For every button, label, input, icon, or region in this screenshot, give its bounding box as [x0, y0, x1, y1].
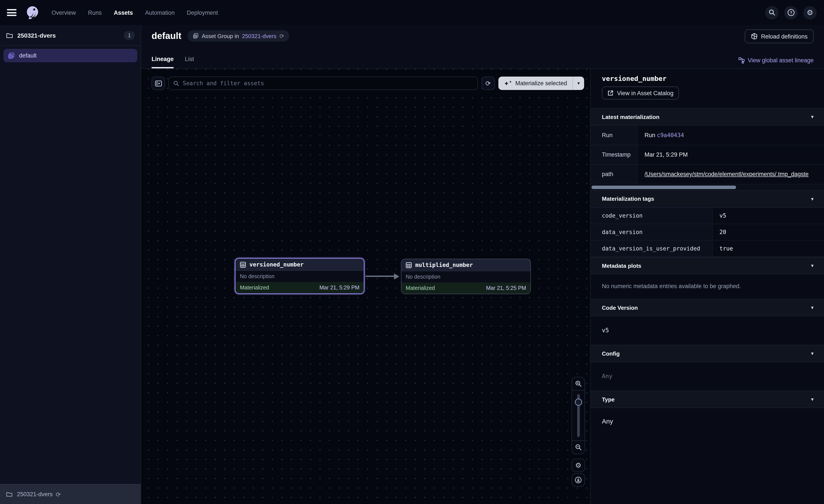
section-config[interactable]: Config ▾	[591, 345, 824, 362]
zoom-slider-knob[interactable]	[575, 398, 582, 406]
latest-materialization-table: Run Run c9a40434 Timestamp Mar 21, 5:29 …	[591, 125, 824, 184]
sidebar-item-default[interactable]: default	[3, 49, 137, 62]
materialized-timestamp: Mar 21, 5:29 PM	[319, 285, 359, 291]
reload-cube-icon	[751, 33, 757, 40]
asset-search-box	[169, 77, 478, 90]
row-value: v5	[712, 208, 824, 224]
section-latest-materialization[interactable]: Latest materialization ▾	[591, 108, 824, 125]
folder-icon	[6, 491, 13, 497]
row-key: data_version	[591, 224, 712, 240]
code-version-value: v5	[602, 327, 609, 334]
zoom-out-icon[interactable]	[572, 441, 585, 454]
table-grid-icon	[406, 262, 412, 268]
chevron-down-icon: ▾	[811, 196, 814, 202]
nav-item-assets[interactable]: Assets	[114, 9, 133, 16]
tab-lineage[interactable]: Lineage	[151, 56, 174, 69]
sidebar-group-count-badge: 1	[124, 31, 135, 39]
materialization-tags-table: code_version v5 data_version 20 data_ver…	[591, 208, 824, 257]
reload-spinner-icon[interactable]: ⟳	[56, 491, 61, 497]
lineage-edge	[366, 276, 399, 277]
horizontal-scrollbar	[591, 184, 824, 190]
download-graph-icon[interactable]	[572, 473, 585, 487]
settings-gear-icon[interactable]: ⚙	[803, 6, 817, 19]
reload-definitions-button[interactable]: Reload definitions	[744, 29, 814, 43]
materialize-selected-button[interactable]: ✦✦ Materialize selected ▾	[498, 77, 584, 90]
lineage-graph-canvas[interactable]: ⟳ ✦✦ Materialize selected ▾ versioned_nu…	[141, 69, 590, 504]
asset-node-multiplied-number[interactable]: multiplied_number No description Materia…	[401, 259, 531, 294]
refresh-graph-icon[interactable]: ⟳	[481, 77, 495, 90]
section-materialization-tags[interactable]: Materialization tags ▾	[591, 190, 824, 208]
asset-group-icon	[193, 33, 199, 39]
search-icon[interactable]	[765, 6, 779, 19]
row-key: Timestamp	[591, 145, 637, 164]
view-global-asset-lineage-label: View global asset lineage	[748, 57, 814, 64]
asset-node-versioned-number[interactable]: versioned_number No description Material…	[235, 258, 365, 294]
run-id-link[interactable]: c9a40434	[657, 132, 684, 138]
row-value: true	[712, 240, 824, 257]
reload-spinner-icon[interactable]: ⟳	[280, 33, 284, 39]
row-value: /Users/smackesey/stm/code/elementl/exper…	[637, 164, 824, 184]
sidebar-footer-name: 250321-dvers	[17, 491, 53, 498]
asset-node-description: No description	[240, 273, 275, 279]
help-icon[interactable]: ?	[784, 6, 798, 19]
table-row: data_version 20	[591, 224, 824, 240]
materialized-timestamp: Mar 21, 5:25 PM	[486, 285, 526, 291]
row-key: path	[591, 164, 637, 184]
asset-node-description: No description	[406, 274, 440, 280]
zoom-slider[interactable]	[572, 390, 585, 441]
section-code-version[interactable]: Code Version ▾	[591, 299, 824, 316]
asset-detail-panel: versioned_number View in Asset Catalog L…	[590, 69, 824, 504]
asset-group-badge[interactable]: Asset Group in 250321-dvers ⟳	[188, 30, 290, 41]
page-header: default Asset Group in 250321-dvers ⟳ Re…	[141, 25, 824, 69]
section-metadata-plots[interactable]: Metadata plots ▾	[591, 257, 824, 274]
hamburger-menu-icon[interactable]	[7, 9, 16, 16]
row-key: code_version	[591, 208, 712, 224]
view-tabs: Lineage List	[151, 56, 194, 69]
page-title: default	[151, 31, 182, 41]
materialized-status: Materialized	[240, 285, 269, 291]
zoom-in-icon[interactable]	[572, 377, 585, 390]
table-row: path /Users/smackesey/stm/code/elementl/…	[591, 164, 824, 184]
external-link-icon	[608, 90, 614, 96]
asset-detail-title: versioned_number	[602, 75, 814, 83]
badge-repo-link[interactable]: 250321-dvers	[242, 33, 277, 39]
chevron-down-icon: ▾	[811, 350, 814, 357]
chevron-down-icon: ▾	[811, 396, 814, 402]
asset-node-name: versioned_number	[249, 261, 304, 268]
dagster-logo-icon[interactable]	[25, 6, 39, 19]
graph-settings-gear-icon[interactable]: ⚙	[572, 459, 585, 472]
sidebar-group-row[interactable]: 250321-dvers 1	[0, 25, 141, 46]
row-value: Run c9a40434	[637, 125, 824, 145]
scrollbar-thumb[interactable]	[592, 185, 736, 189]
materialize-dropdown-caret[interactable]: ▾	[573, 77, 584, 90]
view-in-asset-catalog-label: View in Asset Catalog	[617, 90, 674, 96]
table-row: Timestamp Mar 21, 5:29 PM	[591, 145, 824, 164]
nav-item-runs[interactable]: Runs	[88, 9, 102, 16]
path-link[interactable]: /Users/smackesey/stm/code/elementl/exper…	[644, 171, 824, 177]
nav-actions: ? ⚙	[765, 6, 817, 19]
chevron-down-icon: ▾	[811, 263, 814, 269]
table-row: data_version_is_user_provided true	[591, 240, 824, 257]
sidebar-item-label: default	[19, 52, 36, 59]
nav-item-overview[interactable]: Overview	[51, 9, 76, 16]
expand-panel-icon[interactable]	[151, 77, 165, 90]
lineage-graph-icon	[738, 57, 745, 64]
nav-item-deployment[interactable]: Deployment	[187, 9, 218, 16]
row-value: Mar 21, 5:29 PM	[637, 145, 824, 164]
search-input[interactable]	[183, 80, 473, 87]
graph-toolbar: ⟳ ✦✦ Materialize selected ▾	[151, 77, 584, 90]
view-global-asset-lineage-link[interactable]: View global asset lineage	[738, 57, 814, 64]
top-nav: Overview Runs Assets Automation Deployme…	[0, 0, 824, 25]
nav-items: Overview Runs Assets Automation Deployme…	[51, 9, 218, 16]
nav-item-automation[interactable]: Automation	[145, 9, 175, 16]
sidebar-footer[interactable]: 250321-dvers ⟳	[0, 484, 141, 504]
materialize-selected-label: Materialize selected	[515, 80, 567, 87]
zoom-controls	[572, 377, 585, 454]
asset-groups-sidebar: 250321-dvers 1 default 250321-dvers ⟳	[0, 25, 141, 504]
view-in-asset-catalog-button[interactable]: View in Asset Catalog	[602, 87, 679, 100]
tab-list[interactable]: List	[185, 56, 194, 69]
table-row: code_version v5	[591, 208, 824, 224]
config-value: Any	[602, 372, 612, 379]
section-type[interactable]: Type ▾	[591, 391, 824, 408]
materialized-status: Materialized	[406, 285, 435, 291]
